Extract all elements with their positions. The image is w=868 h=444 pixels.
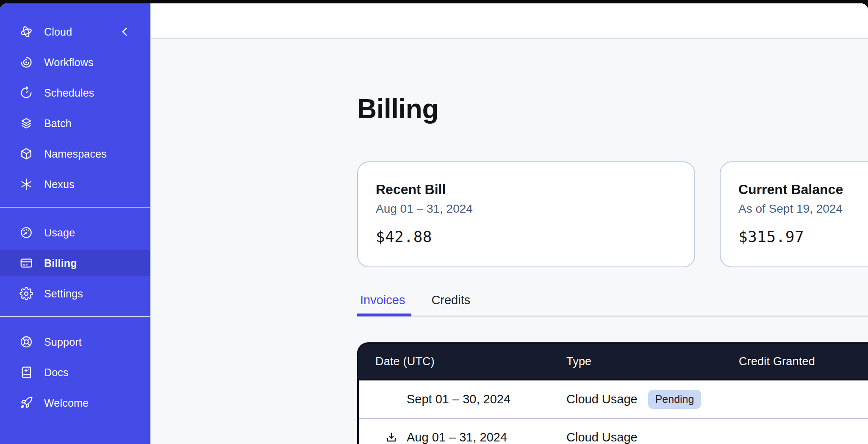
invoices-table: Date (UTC) Type Credit Granted Sept 01 –… [357,342,868,444]
chevron-left-icon[interactable] [119,25,131,38]
tabs-baseline [357,316,868,316]
nexus-icon [19,178,33,191]
date-cell: Aug 01 – 31, 2024 [359,430,566,444]
column-header-credit-granted: Credit Granted [739,355,868,368]
card-amount: $42.88 [376,228,694,245]
sidebar-item-label: Settings [44,288,83,300]
sidebar-item-usage[interactable]: Usage [0,219,150,246]
active-tab-underline [357,314,411,316]
batch-icon [19,117,33,130]
docs-icon [19,366,33,379]
sidebar-header-label: Cloud [44,26,72,38]
namespaces-icon [19,147,33,161]
table-body: Sept 01 – 30, 2024 Cloud Usage Pending A… [357,380,868,444]
top-bar [151,3,868,39]
sidebar-item-label: Batch [44,117,72,130]
invoice-date: Sept 01 – 30, 2024 [407,392,510,406]
billing-tabs: Invoices Credits [357,293,473,307]
card-date-range: As of Sept 19, 2024 [738,202,868,216]
sidebar-item-docs[interactable]: Docs [0,359,150,386]
invoice-type: Cloud Usage [566,430,638,444]
sidebar-item-schedules[interactable]: Schedules [0,80,150,106]
card-title: Current Balance [738,182,868,197]
sidebar-item-label: Welcome [44,397,89,409]
recent-bill-card: Recent Bill Aug 01 – 31, 2024 $42.88 [357,161,695,267]
sidebar-divider [0,316,150,317]
usage-icon [19,226,33,239]
sidebar-item-batch[interactable]: Batch [0,110,150,136]
sidebar-item-label: Schedules [44,87,94,99]
table-row[interactable]: Sept 01 – 30, 2024 Cloud Usage Pending [359,380,868,418]
card-amount: $315.97 [738,228,868,245]
type-cell: Cloud Usage [566,430,739,444]
schedules-icon [19,86,33,100]
temporal-cloud-logo-icon [19,25,33,39]
page-title: Billing [357,93,438,125]
table-header-row: Date (UTC) Type Credit Granted [357,342,868,380]
table-row[interactable]: Aug 01 – 31, 2024 Cloud Usage [359,418,868,444]
sidebar-divider [0,207,150,208]
sidebar-item-label: Nexus [44,178,75,191]
sidebar-item-label: Usage [44,227,75,239]
app-window: Cloud Workflows Schedules Batch [0,3,868,444]
card-title: Recent Bill [376,182,694,197]
column-header-type: Type [566,355,739,368]
sidebar-item-label: Docs [44,366,69,379]
sidebar-item-label: Support [44,336,82,348]
sidebar-item-settings[interactable]: Settings [0,280,150,307]
card-date-range: Aug 01 – 31, 2024 [376,202,694,216]
billing-summary-cards: Recent Bill Aug 01 – 31, 2024 $42.88 Cur… [357,161,868,267]
current-balance-card: Current Balance As of Sept 19, 2024 $315… [720,161,868,267]
sidebar-item-billing[interactable]: Billing [0,250,150,276]
sidebar-item-support[interactable]: Support [0,329,150,355]
settings-icon [19,287,33,300]
workflows-icon [19,56,33,69]
welcome-rocket-icon [19,396,33,410]
sidebar-item-nexus[interactable]: Nexus [0,171,150,197]
column-header-date: Date (UTC) [358,355,566,368]
sidebar-item-welcome[interactable]: Welcome [0,390,150,416]
status-badge: Pending [648,390,702,409]
invoice-type: Cloud Usage [566,392,638,406]
type-cell: Cloud Usage Pending [566,390,739,409]
download-invoice-icon[interactable] [385,431,398,444]
billing-icon [19,256,33,270]
sidebar-item-label: Workflows [44,56,94,69]
sidebar-item-label: Namespaces [44,148,107,160]
sidebar-item-label: Billing [44,257,77,269]
support-icon [19,335,33,349]
tab-invoices[interactable]: Invoices [357,293,408,307]
sidebar: Cloud Workflows Schedules Batch [0,3,151,444]
sidebar-item-namespaces[interactable]: Namespaces [0,141,150,167]
invoice-date: Aug 01 – 31, 2024 [407,430,507,444]
sidebar-header-cloud[interactable]: Cloud [0,19,150,45]
tab-credits[interactable]: Credits [428,293,473,307]
sidebar-item-workflows[interactable]: Workflows [0,49,150,75]
date-cell: Sept 01 – 30, 2024 [359,392,566,406]
